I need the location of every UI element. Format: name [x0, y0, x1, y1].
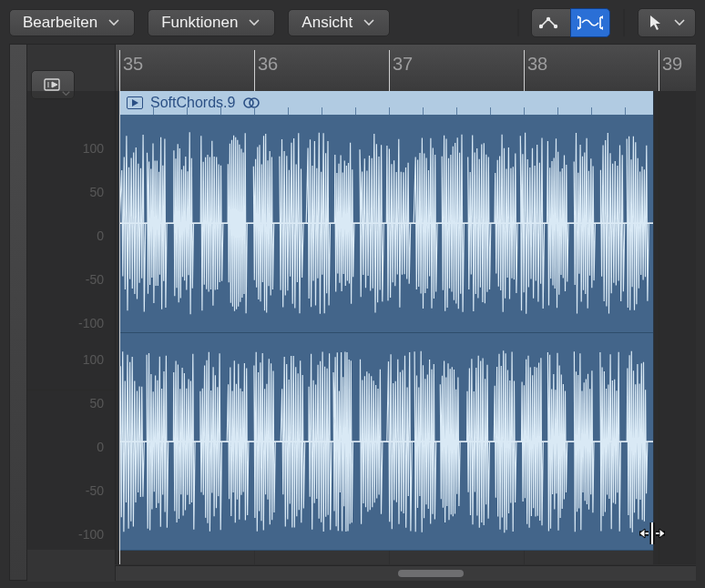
- region-header[interactable]: SoftChords.9: [119, 91, 653, 115]
- amplitude-axis: 100 50 0 -50 -100 100 50 0 -50 -100: [27, 44, 115, 582]
- axis-label: 50: [89, 396, 104, 411]
- ruler-label: 36: [258, 54, 278, 75]
- ruler-label: 38: [527, 54, 547, 75]
- axis-label: -50: [86, 272, 104, 287]
- catch-playhead-icon[interactable]: [31, 70, 75, 99]
- axis-label: 100: [83, 352, 104, 367]
- axis-label: 0: [97, 440, 104, 454]
- menu-edit-label: Bearbeiten: [23, 14, 97, 32]
- loop-icon: [242, 96, 261, 109]
- waveform-channel-right[interactable]: [119, 332, 653, 551]
- menu-functions[interactable]: Funktionen: [148, 9, 275, 36]
- region-name: SoftChords.9: [150, 95, 235, 111]
- svg-point-2: [554, 25, 557, 28]
- ruler-label: 37: [393, 54, 413, 75]
- svg-point-0: [539, 25, 543, 28]
- axis-label: -50: [86, 483, 104, 498]
- separator: [623, 9, 625, 36]
- axis-label: 50: [89, 185, 104, 199]
- menu-view[interactable]: Ansicht: [288, 9, 390, 36]
- menu-view-label: Ansicht: [301, 14, 352, 32]
- flex-mode-icon[interactable]: [570, 8, 610, 37]
- automation-mode-icon[interactable]: [531, 8, 571, 37]
- axis-label: -100: [78, 316, 104, 330]
- axis-label: 100: [83, 141, 104, 156]
- svg-point-6: [250, 98, 259, 107]
- menu-edit[interactable]: Bearbeiten: [9, 9, 135, 36]
- ruler-label: 39: [662, 54, 682, 75]
- chevron-down-icon: [249, 19, 260, 26]
- play-icon: [127, 96, 143, 109]
- dim-mask: [653, 91, 696, 564]
- axis-label: -100: [78, 527, 104, 542]
- audio-editor[interactable]: SoftChords.9: [115, 91, 696, 564]
- axis-label: 0: [97, 228, 104, 243]
- audio-region[interactable]: SoftChords.9: [119, 91, 653, 550]
- waveform-channel-left[interactable]: [119, 115, 653, 332]
- chevron-down-icon: [108, 19, 119, 26]
- left-gutter: [9, 44, 27, 581]
- timeline-ruler[interactable]: 35 36 37 38 39: [115, 44, 696, 92]
- toolbar: Bearbeiten Funktionen Ansicht: [9, 5, 696, 40]
- menu-functions-label: Funktionen: [161, 14, 238, 32]
- ruler-label: 35: [123, 54, 143, 75]
- scrollbar-thumb[interactable]: [398, 570, 464, 577]
- svg-point-1: [547, 17, 550, 21]
- separator: [517, 9, 519, 36]
- horizontal-scrollbar[interactable]: [115, 565, 696, 581]
- chevron-down-icon: [62, 91, 70, 96]
- chevron-down-icon: [674, 19, 685, 26]
- chevron-down-icon: [363, 19, 374, 26]
- pointer-tool[interactable]: [638, 8, 696, 37]
- playhead[interactable]: [119, 91, 120, 564]
- axis-separator: [27, 390, 115, 390]
